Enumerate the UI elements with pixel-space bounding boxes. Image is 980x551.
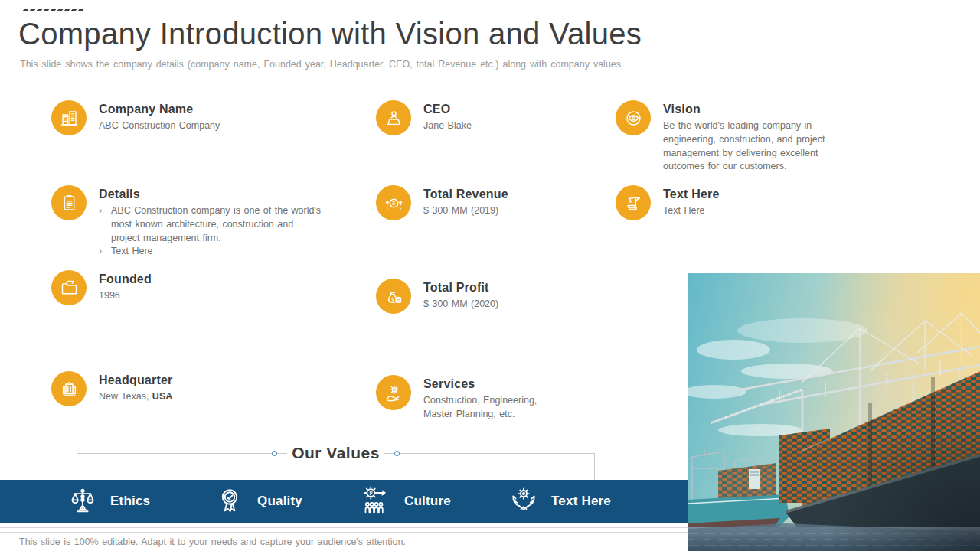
footer-note: This slide is 100% editable. Adapt it to… [19,536,406,547]
divider-line [0,532,688,533]
divider-line [0,527,688,528]
founded-text-block: Founded1996 [99,270,322,303]
award-ribbon-icon [213,484,248,518]
money-bag-icon: $ [376,279,411,314]
total-profit-value: $ 300 MM (2020) [423,298,560,311]
folder-icon [51,270,87,305]
items-column-2: CEOJane Blake$Total Revenue$ 300 MM (201… [376,100,560,422]
quality-value-item: Quality [213,484,360,518]
services-item: ServicesConstruction, Engineering, Maste… [376,375,560,422]
ceo-value: Jane Blake [423,119,560,133]
services-text-block: ServicesConstruction, Engineering, Maste… [423,375,560,422]
vision-title: Vision [663,103,839,116]
company-name-text-block: Company NameABC Construction Company [99,100,322,133]
text-here-title: Text Here [663,187,839,201]
office-building-icon [51,371,87,406]
total-profit-title: Total Profit [423,281,560,295]
founded-value: 1996 [99,289,322,303]
text-here-item: Text HereText Here [616,185,839,220]
items-column-3: VisionBe the world's leading company in … [616,100,839,220]
values-heading: Our Values [77,443,595,463]
value-text-here-value-item: Text Here [507,484,654,518]
company-name-item: Company NameABC Construction Company [51,100,322,185]
heading-dot-right [394,451,400,456]
founded-item: Founded1996 [51,270,322,371]
bullet-marker: › [99,204,111,245]
culture-value-item: PCulture [360,484,507,518]
value-text-here-label: Text Here [551,494,611,509]
ceo-item: CEOJane Blake [376,100,560,185]
coin-arrows-icon: $ [376,185,411,220]
bullet-marker: › [99,245,111,259]
company-name-value: ABC Construction Company [99,119,322,133]
building-icon [51,100,87,135]
document-icon [51,185,87,220]
svg-text:$: $ [390,296,394,302]
gear-people-icon: P [360,484,395,518]
bullet-text: ABC Construction company is one of the w… [111,204,322,245]
hand-gear-icon [376,375,411,410]
founded-title: Founded [99,272,322,286]
details-title: Details [99,187,322,201]
details-text-block: Details›ABC Construction company is one … [99,185,322,259]
person-desk-icon [376,100,411,135]
ethics-label: Ethics [110,494,150,509]
details-bullet: ›Text Here [99,245,322,259]
total-profit-item: $Total Profit$ 300 MM (2020) [376,279,560,375]
total-revenue-value: $ 300 MM (2019) [423,204,560,218]
vision-text-block: VisionBe the world's leading company in … [663,100,839,174]
hands-gear-icon [507,484,542,518]
heading-dot-left [272,451,277,456]
vision-item: VisionBe the world's leading company in … [616,100,839,185]
text-here-value: Text Here [663,204,839,218]
crane-icon [616,185,651,220]
services-title: Services [423,377,560,391]
ethics-value-item: Ethics [66,484,213,518]
total-revenue-title: Total Revenue [423,187,560,201]
services-value: Construction, Engineering, Master Planni… [423,394,560,422]
page-title: Company Introduction with Vision and Val… [18,17,784,51]
headquarter-title: Headquarter [99,373,322,387]
slide: Company Introduction with Vision and Val… [0,0,980,551]
details-item: Details›ABC Construction company is one … [51,185,322,270]
ceo-title: CEO [423,103,560,116]
total-revenue-text-block: Total Revenue$ 300 MM (2019) [423,185,560,218]
headquarter-item: HeadquarterNew Texas, USA [51,371,322,406]
ceo-text-block: CEOJane Blake [423,100,560,133]
total-revenue-item: $Total Revenue$ 300 MM (2019) [376,185,560,279]
values-heading-text: Our Values [287,444,384,462]
total-profit-text-block: Total Profit$ 300 MM (2020) [423,279,560,311]
svg-text:P: P [369,490,373,497]
eye-icon [616,100,651,135]
slash-decoration [23,9,83,11]
headquarter-value: New Texas, USA [99,390,322,404]
text-here-text-block: Text HereText Here [663,185,839,218]
scales-icon [66,484,101,518]
culture-label: Culture [404,494,451,509]
values-bar: EthicsQualityPCultureText Here [0,480,688,523]
bullet-text: Text Here [111,245,153,259]
company-name-title: Company Name [99,103,322,116]
page-subtitle: This slide shows the company details (co… [20,59,709,70]
details-bullet: ›ABC Construction company is one of the … [99,204,322,245]
items-column-1: Company NameABC Construction CompanyDeta… [51,100,322,406]
vision-value: Be the world's leading company in engine… [663,119,839,174]
headquarter-text-block: HeadquarterNew Texas, USA [99,371,322,404]
svg-text:$: $ [391,200,395,207]
quality-label: Quality [257,494,302,509]
container-port-photo [688,273,980,551]
